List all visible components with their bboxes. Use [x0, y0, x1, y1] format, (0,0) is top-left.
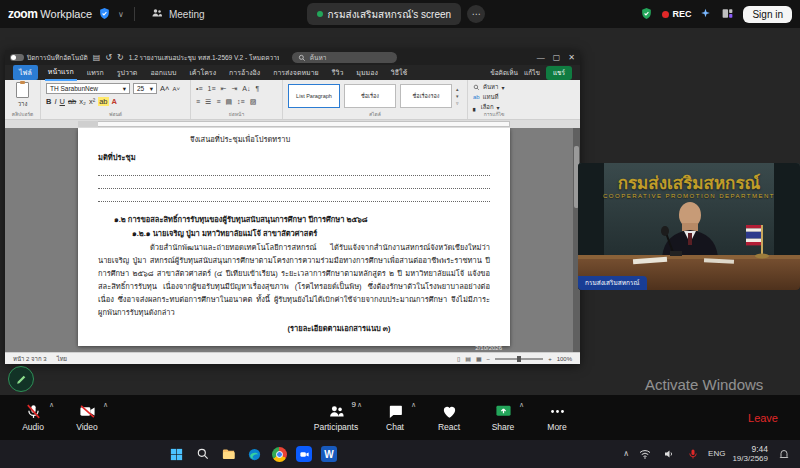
more-button[interactable]: More	[530, 396, 584, 439]
editing-mode-button[interactable]: แก้ไข	[524, 68, 540, 78]
zoom-mic-muted-tray-icon[interactable]	[684, 445, 701, 462]
word-app-icon[interactable]: W	[321, 446, 337, 462]
maximize-icon[interactable]: ▢	[553, 53, 561, 62]
zoom-in-icon[interactable]: +	[548, 356, 552, 362]
word-search-box[interactable]: ค้นหา	[292, 52, 397, 63]
tab-layout[interactable]: เค้าโครง	[186, 65, 219, 80]
sign-in-button[interactable]: Sign in	[743, 6, 792, 23]
chat-button[interactable]: Chat ∧	[368, 396, 422, 439]
tab-help[interactable]: วิธีใช้	[388, 65, 410, 80]
bullets-icon[interactable]: •≡	[196, 85, 203, 92]
italic-icon[interactable]: I	[54, 97, 56, 106]
tray-hidden-icons-chevron-icon[interactable]: ∧	[623, 449, 629, 458]
underline-icon[interactable]: U	[60, 97, 65, 106]
zoom-out-icon[interactable]: −	[487, 356, 491, 362]
font-name-select[interactable]: TH SarabunNew▾	[46, 83, 130, 94]
sort-icon[interactable]: A↓	[242, 85, 250, 92]
web-layout-icon[interactable]: ▦	[476, 355, 482, 362]
zoom-percent[interactable]: 100%	[557, 356, 572, 362]
react-button[interactable]: React	[422, 396, 476, 439]
save-icon[interactable]: ▤	[93, 53, 101, 62]
paste-button[interactable]: วาง	[12, 82, 34, 109]
minimize-icon[interactable]: —	[537, 53, 545, 62]
justify-icon[interactable]: ▤	[225, 98, 232, 106]
tab-mailings[interactable]: การส่งจดหมาย	[270, 65, 322, 80]
ruler[interactable]	[5, 120, 580, 128]
tab-review[interactable]: รีวิว	[329, 65, 347, 80]
line-spacing-icon[interactable]: ↕≡	[237, 98, 245, 105]
page-info[interactable]: หน้า 2 จาก 3	[13, 354, 47, 364]
tab-shared-screen[interactable]: กรมส่งเสริมสหกรณ์'s screen	[307, 3, 462, 25]
print-layout-icon[interactable]: ▤	[465, 355, 471, 362]
participant-video-tile[interactable]: กรมส่งเสริมสหกรณ์ COOPERATIVE PROMOTION …	[578, 163, 800, 290]
video-options-chevron-icon[interactable]: ∧	[103, 401, 108, 409]
highlight-icon[interactable]: ab	[98, 97, 108, 106]
language-status[interactable]: ไทย	[57, 354, 68, 364]
autosave-toggle[interactable]: ปิดการบันทึกอัตโนมัติ	[10, 53, 88, 63]
notification-bell-icon[interactable]	[775, 445, 792, 462]
chat-chevron-icon[interactable]: ∧	[411, 401, 416, 409]
share-document-button[interactable]: แชร์	[546, 66, 572, 80]
grow-font-icon[interactable]: A˄	[160, 84, 169, 93]
styles-scroll-down-icon[interactable]: ▾	[456, 93, 459, 99]
annotate-button[interactable]	[8, 366, 34, 392]
video-button[interactable]: Video ∧	[60, 396, 114, 439]
chevron-down-icon[interactable]: ∨	[118, 10, 124, 19]
pilcrow-icon[interactable]: ¶	[255, 85, 259, 92]
ai-companion-icon[interactable]	[699, 7, 713, 21]
tab-file[interactable]: ไฟล์	[13, 65, 38, 80]
style-subtitle[interactable]: ชื่อเรื่องรอง	[400, 84, 452, 108]
styles-gallery-expand-icon[interactable]: ▿	[456, 100, 459, 106]
undo-icon[interactable]: ↺	[105, 53, 112, 62]
language-indicator[interactable]: ENG	[708, 449, 725, 458]
strikethrough-icon[interactable]: ab	[68, 97, 76, 106]
share-screen-button[interactable]: Share ∧	[476, 396, 530, 439]
file-explorer-icon[interactable]	[220, 446, 237, 463]
superscript-icon[interactable]: x²	[89, 97, 95, 106]
align-left-icon[interactable]: ≡	[196, 98, 200, 105]
redo-icon[interactable]: ↻	[117, 53, 124, 62]
close-icon[interactable]: ✕	[568, 53, 575, 62]
align-center-icon[interactable]: ☰	[205, 98, 211, 106]
taskbar-clock[interactable]: 9:44 19/3/2569	[732, 445, 768, 464]
bold-icon[interactable]: B	[46, 97, 51, 106]
shrink-font-icon[interactable]: A˅	[172, 86, 180, 92]
participants-chevron-icon[interactable]: ∧	[357, 401, 362, 409]
zoom-app-icon[interactable]	[296, 446, 312, 462]
style-list-paragraph[interactable]: List Paragraph	[288, 84, 340, 108]
chrome-browser-icon[interactable]	[272, 447, 287, 462]
numbering-icon[interactable]: 1≡	[208, 85, 216, 92]
tab-insert[interactable]: แทรก	[84, 65, 107, 80]
align-right-icon[interactable]: ≡	[216, 98, 220, 105]
document-page[interactable]: จึงเสนอที่ประชุมเพื่อโปรดทราบ มติที่ประช…	[78, 128, 510, 346]
tab-more-button[interactable]: ⋯	[467, 5, 485, 23]
tab-meeting[interactable]: Meeting	[145, 4, 211, 24]
volume-icon[interactable]	[660, 445, 677, 462]
shading-icon[interactable]: ▨	[250, 98, 257, 106]
tab-references[interactable]: การอ้างอิง	[226, 65, 263, 80]
taskbar-search-icon[interactable]	[194, 446, 211, 463]
wifi-icon[interactable]	[636, 445, 653, 462]
audio-button[interactable]: Audio ∧	[6, 396, 60, 439]
styles-scroll-up-icon[interactable]: ▴	[456, 86, 459, 92]
start-button-icon[interactable]	[168, 446, 185, 463]
font-size-select[interactable]: 25▾	[133, 83, 157, 94]
font-color-icon[interactable]: A	[112, 97, 117, 106]
read-mode-icon[interactable]: ▯	[457, 355, 460, 362]
audio-options-chevron-icon[interactable]: ∧	[49, 401, 54, 409]
edge-browser-icon[interactable]	[246, 446, 263, 463]
tab-view[interactable]: มุมมอง	[353, 65, 380, 80]
find-button[interactable]: ค้นหา▾	[473, 82, 515, 92]
leave-button[interactable]: Leave	[732, 406, 794, 430]
participants-button[interactable]: 9 Participants ∧	[304, 396, 368, 439]
tab-draw[interactable]: รูปวาด	[114, 65, 141, 80]
indent-icon[interactable]: ⇥	[231, 85, 237, 93]
tab-design[interactable]: ออกแบบ	[147, 65, 179, 80]
style-title[interactable]: ชื่อเรื่อง	[344, 84, 396, 108]
security-shield-icon[interactable]	[98, 7, 112, 21]
view-layout-icon[interactable]	[721, 7, 735, 21]
zoom-slider[interactable]	[495, 358, 543, 360]
replace-button[interactable]: ab แทนที่	[473, 92, 515, 102]
share-chevron-icon[interactable]: ∧	[519, 401, 524, 409]
subscript-icon[interactable]: x₂	[79, 97, 86, 106]
